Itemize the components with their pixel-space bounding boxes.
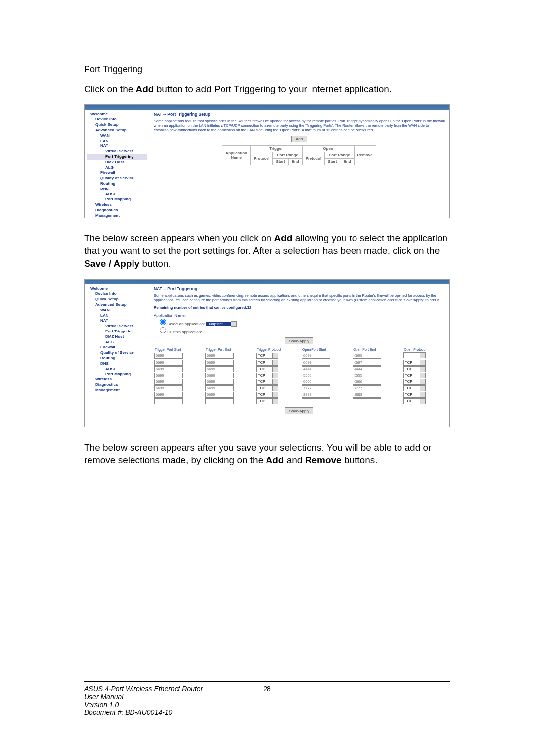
sidebar-item-wireless[interactable]: Wireless (87, 202, 147, 208)
port-input[interactable] (302, 379, 330, 385)
protocol-select[interactable]: TCP (403, 385, 420, 391)
chevron-down-icon[interactable] (420, 373, 426, 378)
sidebar-item-advanced-setup[interactable]: Advanced Setup (87, 128, 147, 133)
port-input[interactable] (353, 385, 381, 391)
port-input[interactable] (353, 353, 381, 359)
protocol-select[interactable]: TCP (256, 373, 273, 378)
add-button[interactable]: Add (291, 136, 307, 142)
chevron-down-icon[interactable] (273, 353, 278, 359)
chevron-down-icon[interactable] (420, 360, 426, 366)
protocol-select[interactable]: TCP (256, 366, 273, 372)
port-input[interactable] (353, 398, 381, 404)
sidebar-item-wan[interactable]: WAN (87, 308, 147, 313)
protocol-select[interactable]: TCP (256, 360, 273, 366)
sidebar-item-welcome[interactable]: Welcome (87, 286, 147, 292)
sidebar-item-welcome[interactable]: Welcome (87, 112, 147, 117)
chevron-down-icon[interactable] (420, 385, 426, 391)
port-input[interactable] (154, 385, 183, 391)
chevron-down-icon[interactable] (273, 379, 278, 385)
radio-custom-application[interactable] (160, 327, 166, 333)
sidebar-item-dmz-host[interactable]: DMZ Host (87, 334, 147, 340)
protocol-select[interactable]: TCP (256, 398, 273, 404)
sidebar-item-firewall[interactable]: Firewall (87, 345, 147, 350)
chevron-down-icon[interactable] (420, 366, 426, 372)
sidebar-item-adsl[interactable]: ADSL (87, 192, 147, 197)
protocol-select[interactable]: TCP (256, 379, 273, 385)
sidebar-item-alg[interactable]: ALG (87, 340, 147, 345)
port-input[interactable] (154, 398, 183, 404)
sidebar-item-device-info[interactable]: Device Info (87, 117, 147, 122)
port-input[interactable] (353, 392, 381, 398)
protocol-select[interactable]: TCP (256, 353, 273, 359)
chevron-down-icon[interactable] (273, 398, 278, 404)
protocol-select[interactable]: TCP (403, 398, 420, 404)
port-input[interactable] (302, 398, 330, 404)
port-input[interactable] (154, 373, 183, 378)
sidebar-item-virtual-servers[interactable]: Virtual Servers (87, 149, 147, 154)
port-input[interactable] (353, 360, 381, 366)
sidebar-item-device-info[interactable]: Device Info (87, 291, 147, 297)
port-input[interactable] (205, 379, 234, 385)
protocol-select[interactable] (403, 352, 420, 358)
protocol-select[interactable]: TCP (403, 379, 420, 385)
chevron-down-icon[interactable] (273, 360, 278, 366)
sidebar-item-diagnostics[interactable]: Diagnostics (87, 382, 147, 388)
protocol-select[interactable]: TCP (403, 360, 420, 366)
port-input[interactable] (205, 385, 234, 391)
port-input[interactable] (154, 353, 183, 359)
sidebar-item-routing[interactable]: Routing (87, 181, 147, 187)
radio-select-application[interactable] (160, 319, 166, 325)
sidebar-item-port-triggering[interactable]: Port Triggering (87, 329, 147, 334)
port-input[interactable] (154, 366, 183, 372)
save-apply-button-bottom[interactable]: Save/Apply (285, 407, 313, 414)
sidebar-item-port-mapping[interactable]: Port Mapping (87, 197, 147, 202)
sidebar-item-quick-setup[interactable]: Quick Setup (87, 122, 147, 128)
chevron-down-icon[interactable] (420, 352, 426, 358)
port-input[interactable] (302, 392, 330, 398)
port-input[interactable] (154, 360, 183, 366)
port-input[interactable] (302, 373, 330, 378)
protocol-select[interactable]: TCP (403, 373, 420, 378)
sidebar-item-adsl[interactable]: ADSL (87, 367, 147, 372)
sidebar-item-qos[interactable]: Quality of Service (87, 350, 147, 356)
protocol-select[interactable]: TCP (256, 392, 273, 398)
port-input[interactable] (353, 366, 381, 372)
port-input[interactable] (353, 379, 381, 385)
sidebar-item-wireless[interactable]: Wireless (87, 377, 147, 382)
port-input[interactable] (205, 366, 234, 372)
sidebar-item-qos[interactable]: Quality of Service (87, 176, 147, 181)
sidebar-item-wan[interactable]: WAN (87, 133, 147, 139)
sidebar-item-nat[interactable]: NAT (87, 143, 147, 149)
sidebar-item-advanced-setup[interactable]: Advanced Setup (87, 302, 147, 308)
sidebar-item-nat[interactable]: NAT (87, 318, 147, 324)
chevron-down-icon[interactable] (273, 392, 278, 398)
sidebar-item-firewall[interactable]: Firewall (87, 170, 147, 176)
sidebar-item-lan[interactable]: LAN (87, 139, 147, 144)
port-input[interactable] (205, 373, 234, 378)
chevron-down-icon[interactable] (273, 366, 278, 372)
port-input[interactable] (302, 366, 330, 372)
save-apply-button[interactable]: Save/Apply (285, 337, 313, 344)
sidebar-item-diagnostics[interactable]: Diagnostics (87, 208, 147, 213)
port-input[interactable] (205, 392, 234, 398)
sidebar-item-port-triggering[interactable]: Port Triggering (87, 154, 147, 160)
port-input[interactable] (205, 398, 234, 404)
sidebar-item-management[interactable]: Management (87, 388, 147, 393)
sidebar-item-alg[interactable]: ALG (87, 165, 147, 171)
protocol-select[interactable]: TCP (403, 392, 420, 398)
chevron-down-icon[interactable] (420, 398, 426, 404)
protocol-select[interactable]: TCP (403, 366, 420, 372)
port-input[interactable] (302, 360, 330, 366)
chevron-down-icon[interactable] (273, 373, 278, 378)
chevron-down-icon[interactable] (273, 385, 278, 391)
chevron-down-icon[interactable] (231, 321, 237, 327)
port-input[interactable] (205, 360, 234, 366)
application-select[interactable]: Napster (206, 322, 231, 326)
port-input[interactable] (154, 392, 183, 398)
protocol-select[interactable]: TCP (256, 385, 273, 391)
sidebar-item-port-mapping[interactable]: Port Mapping (87, 372, 147, 377)
sidebar-item-management[interactable]: Management (87, 213, 147, 219)
chevron-down-icon[interactable] (420, 392, 426, 398)
sidebar-item-routing[interactable]: Routing (87, 356, 147, 361)
port-input[interactable] (154, 379, 183, 385)
